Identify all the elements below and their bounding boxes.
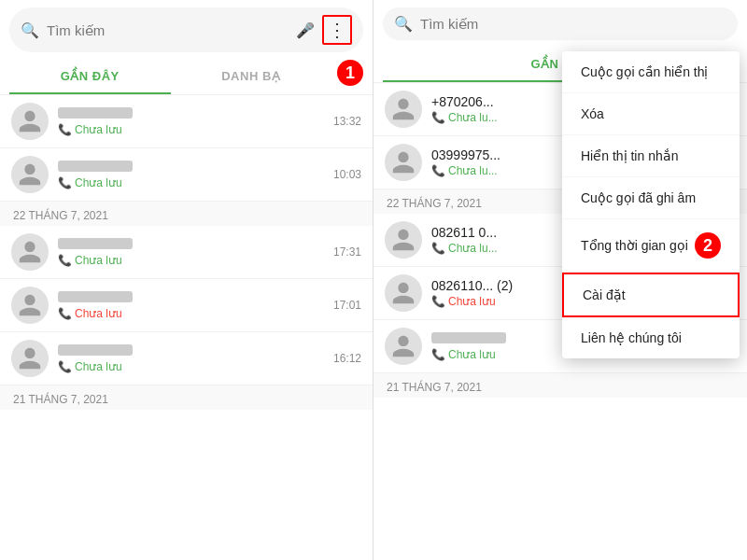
right-panel: 🔍 GẦN ĐÂY +870206... 📞 Chưa lu... [374,0,747,560]
call-time: 16:12 [333,352,361,365]
call-status-text: Chưa lu... [448,242,498,255]
call-icon: 📞 [58,307,72,320]
date-header: 22 THÁNG 7, 2021 [0,202,373,226]
dropdown-label: Cuộc gọi đã ghi âm [581,190,696,205]
dropdown-label: Tổng thời gian gọi [581,238,688,253]
call-icon: 📞 [58,123,72,136]
call-number [58,106,324,121]
call-number [58,160,324,175]
call-status-text: Chưa lu... [448,164,498,177]
call-status: 📞 Chưa lưu [58,360,324,373]
dropdown-item-recorded-calls[interactable]: Cuộc gọi đã ghi âm [562,177,740,219]
dropdown-label: Hiển thị tin nhắn [581,148,679,163]
avatar [385,144,422,181]
tab-recent-left[interactable]: GẦN ĐÂY [9,60,171,94]
dropdown-label: Cuộc gọi cần hiển thị [581,64,709,79]
call-status-text: Chưa lưu [75,360,122,373]
avatar [385,274,422,312]
avatar [11,233,49,271]
dropdown-item-delete[interactable]: Xóa [562,93,740,135]
left-search-input[interactable] [47,22,289,38]
call-status-text: Chưa lưu [448,348,496,361]
call-status: 📞 Chưa lưu [58,123,324,136]
call-time: 17:01 [333,299,361,312]
call-info: 📞 Chưa lưu [58,237,324,267]
more-options-icon[interactable]: ⋮ [322,15,352,45]
call-status-text: Chưa lưu [75,307,122,320]
right-search-bar: 🔍 [383,7,738,40]
left-panel: 🔍 🎤 ⋮ GẦN ĐÂY DANH BẠ 1 📞 Chưa lưu 13:32 [0,0,374,560]
call-status-text: Chưa lưu [75,176,122,189]
call-status-text: Chưa lưu [75,254,122,267]
step-badge-2: 2 [695,232,721,259]
list-item[interactable]: 📞 Chưa lưu 17:31 [0,226,373,279]
dropdown-label: Xóa [581,106,604,121]
mic-icon[interactable]: 🎤 [296,21,315,39]
call-icon: 📞 [58,176,72,189]
tab-contacts-left[interactable]: DANH BẠ [171,60,332,94]
avatar [385,91,422,128]
dropdown-item-calls-to-show[interactable]: Cuộc gọi cần hiển thị [562,51,740,93]
avatar [385,221,422,259]
avatar [385,328,422,365]
avatar [11,340,49,377]
call-info: 📞 Chưa lưu [58,160,324,189]
date-header-2: 21 THÁNG 7, 2021 [0,385,373,410]
left-search-bar: 🔍 🎤 ⋮ [9,7,363,52]
call-status: 📞 Chưa lưu [58,254,324,267]
list-item[interactable]: 📞 Chưa lưu 17:01 [0,279,373,332]
call-time: 10:03 [333,168,361,181]
call-info: 📞 Chưa lưu [58,106,324,136]
call-status: 📞 Chưa lưu [58,176,324,189]
right-search-input[interactable] [420,16,726,32]
dropdown-label: Cài đặt [583,287,626,302]
search-icon-right: 🔍 [394,15,413,33]
list-item[interactable]: 📞 Chưa lưu 16:12 [0,332,373,385]
step-badge-1: 1 [337,60,363,86]
date-header-right-2: 21 THÁNG 7, 2021 [374,373,747,398]
search-icon: 🔍 [21,21,39,39]
avatar [11,287,49,324]
call-number [58,237,324,252]
avatar [11,156,49,193]
left-tabs: GẦN ĐÂY DANH BẠ 1 [0,60,373,95]
call-status-text: Chưa lu... [448,111,498,124]
call-info: 📞 Chưa lưu [58,343,324,373]
call-icon: 📞 [58,254,72,267]
dropdown-label: Liên hệ chúng tôi [581,330,682,345]
call-time: 17:31 [333,245,361,259]
call-status-text: Chưa lưu [448,295,496,308]
call-icon: 📞 [431,348,445,361]
call-icon: 📞 [431,242,445,255]
avatar [11,103,49,140]
call-number [58,343,324,358]
call-status: 📞 Chưa lưu [58,307,324,320]
call-icon: 📞 [58,360,72,373]
call-number [58,290,324,305]
list-item[interactable]: 📞 Chưa lưu 13:32 [0,95,373,148]
call-icon: 📞 [431,295,445,308]
list-item[interactable]: 📞 Chưa lưu 10:03 [0,148,373,202]
left-call-list: 📞 Chưa lưu 13:32 📞 Chưa lưu 10:03 22 THÁ… [0,95,373,560]
call-time: 13:32 [333,115,361,128]
dropdown-item-settings[interactable]: Cài đặt [562,273,740,317]
dropdown-item-total-time[interactable]: Tổng thời gian gọi 2 [562,219,740,273]
dropdown-item-contact-us[interactable]: Liên hệ chúng tôi [562,317,740,358]
call-status-text: Chưa lưu [75,123,122,136]
call-info: 📞 Chưa lưu [58,290,324,320]
dropdown-menu: Cuộc gọi cần hiển thị Xóa Hiển thị tin n… [562,51,740,358]
call-icon: 📞 [431,164,445,177]
call-icon: 📞 [431,111,445,124]
dropdown-item-show-messages[interactable]: Hiển thị tin nhắn [562,135,740,177]
